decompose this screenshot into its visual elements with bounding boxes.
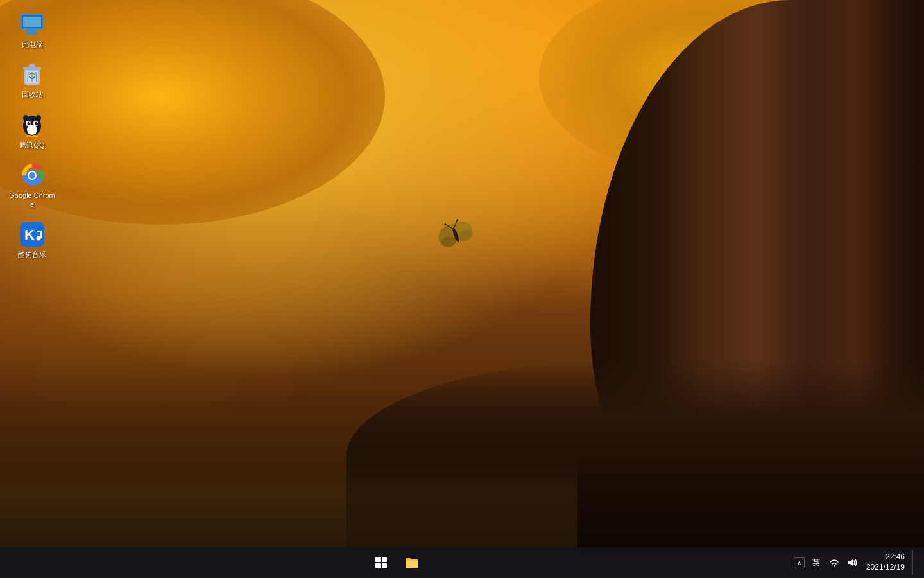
svg-rect-42 xyxy=(37,231,42,232)
svg-point-8 xyxy=(456,219,459,222)
show-hidden-icons-button[interactable]: ∧ xyxy=(794,557,805,568)
svg-point-31 xyxy=(23,115,28,121)
desktop-icon-chrome[interactable]: Google Chrome xyxy=(6,157,58,215)
language-label: 英 xyxy=(812,558,820,567)
ground xyxy=(0,456,578,552)
recycle-bin-icon-label: 回收站 xyxy=(22,90,43,99)
qq-icon-label: 腾讯QQ xyxy=(19,141,44,150)
chrome-icon xyxy=(19,162,45,188)
recycle-bin-icon xyxy=(19,62,45,87)
svg-point-6 xyxy=(444,223,447,226)
chevron-up-icon: ∧ xyxy=(797,559,801,566)
win-logo-cell-tr xyxy=(382,557,387,562)
taskbar-tray: ∧ 英 xyxy=(794,550,924,575)
win-logo-cell-br xyxy=(382,563,387,568)
desktop-icon-qq[interactable]: 腾讯QQ xyxy=(6,107,58,155)
svg-point-25 xyxy=(28,121,31,125)
qq-icon xyxy=(19,112,45,138)
svg-point-30 xyxy=(27,125,37,135)
desktop-icon-my-computer[interactable]: 此电脑 xyxy=(6,6,58,54)
clock-time: 22:46 xyxy=(886,552,905,563)
desktop-icon-recycle-bin[interactable]: 回收站 xyxy=(6,57,58,104)
svg-rect-11 xyxy=(28,30,36,33)
language-indicator[interactable]: 英 xyxy=(810,557,823,568)
taskbar: ∧ 英 xyxy=(0,547,924,578)
folder-icon xyxy=(405,556,419,569)
svg-point-28 xyxy=(37,122,38,123)
desktop-icon-kuwo[interactable]: K 酷狗音乐 xyxy=(6,216,58,264)
start-button[interactable] xyxy=(367,548,395,577)
svg-point-37 xyxy=(29,172,35,179)
win-logo-cell-tl xyxy=(375,557,381,562)
win-logo-cell-bl xyxy=(375,563,381,568)
svg-line-21 xyxy=(36,72,37,82)
windows-logo-icon xyxy=(375,557,387,568)
network-icon[interactable] xyxy=(828,556,841,569)
taskbar-pinned-icons xyxy=(367,548,426,577)
svg-rect-12 xyxy=(26,33,38,35)
kuwo-icon: K xyxy=(19,222,45,247)
svg-point-40 xyxy=(37,236,41,241)
kuwo-icon-label: 酷狗音乐 xyxy=(18,250,46,259)
taskbar-start-area xyxy=(0,548,794,577)
svg-rect-18 xyxy=(30,64,34,66)
system-clock[interactable]: 22:46 2021/12/19 xyxy=(864,552,907,572)
computer-icon xyxy=(19,12,45,37)
svg-point-34 xyxy=(32,135,38,137)
svg-line-19 xyxy=(28,72,28,82)
desktop: 此电脑 xyxy=(0,0,924,578)
computer-icon-label: 此电脑 xyxy=(22,40,43,49)
svg-point-33 xyxy=(26,135,32,137)
file-explorer-button[interactable] xyxy=(398,548,426,577)
volume-icon[interactable] xyxy=(846,556,859,569)
svg-rect-13 xyxy=(23,17,41,27)
clock-date: 2021/12/19 xyxy=(866,563,905,573)
svg-point-27 xyxy=(29,122,30,123)
svg-text:K: K xyxy=(24,227,35,243)
svg-point-26 xyxy=(35,121,38,125)
desktop-icons: 此电脑 xyxy=(0,0,64,539)
show-desktop-button[interactable] xyxy=(912,550,916,575)
svg-point-32 xyxy=(36,115,41,121)
chrome-icon-label: Google Chrome xyxy=(9,191,55,209)
